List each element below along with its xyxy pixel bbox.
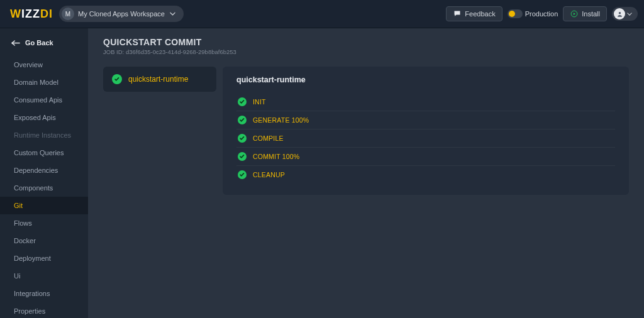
sidebar-item-flows[interactable]: Flows — [0, 214, 88, 232]
sidebar-item-integrations[interactable]: Integrations — [0, 285, 88, 302]
step-row[interactable]: COMMIT 100% — [236, 148, 615, 166]
user-menu[interactable] — [612, 7, 638, 21]
step-label: CLEANUP — [253, 171, 285, 178]
sidebar-item-docker[interactable]: Docker — [0, 232, 88, 249]
step-label: COMMIT 100% — [253, 153, 299, 160]
step-row[interactable]: INIT — [236, 93, 615, 111]
sidebar-item-domain-model[interactable]: Domain Model — [0, 74, 88, 91]
install-label: Install — [582, 10, 600, 18]
logo: WIZZDI — [10, 8, 53, 21]
check-circle-icon — [238, 152, 247, 161]
sidebar: Go Back OverviewDomain ModelConsumed Api… — [0, 28, 88, 318]
workspace-avatar: M — [62, 8, 74, 20]
job-id-label: JOB ID: d36f6d35-0c23-414d-9268-29b8baf6… — [103, 48, 629, 55]
toggle-icon — [508, 9, 523, 18]
chat-icon — [453, 9, 462, 18]
sidebar-item-properties[interactable]: Properties — [0, 302, 88, 318]
chevron-down-icon — [169, 9, 177, 18]
play-circle-icon — [570, 9, 579, 18]
sidebar-item-deployment[interactable]: Deployment — [0, 249, 88, 267]
top-actions: Feedback Production Install — [446, 6, 638, 21]
sidebar-item-overview[interactable]: Overview — [0, 56, 88, 74]
step-label: COMPILE — [253, 134, 284, 142]
step-label: GENERATE 100% — [253, 116, 309, 124]
step-row[interactable]: CLEANUP — [236, 166, 615, 184]
logo-accent-left: W — [10, 8, 21, 20]
logo-accent-right: DI — [40, 8, 53, 20]
check-circle-icon — [238, 134, 247, 143]
main-content: QUICKSTART COMMIT JOB ID: d36f6d35-0c23-… — [88, 28, 644, 318]
chevron-down-icon — [625, 9, 634, 18]
runtime-select-card[interactable]: quickstart-runtime — [103, 67, 216, 92]
sidebar-item-git[interactable]: Git — [0, 197, 88, 214]
sidebar-item-ui[interactable]: Ui — [0, 267, 88, 285]
feedback-label: Feedback — [465, 10, 495, 18]
sidebar-item-dependencies[interactable]: Dependencies — [0, 162, 88, 179]
sidebar-item-consumed-apis[interactable]: Consumed Apis — [0, 91, 88, 109]
go-back-button[interactable]: Go Back — [0, 36, 88, 56]
runtime-card-title: quickstart-runtime — [236, 75, 615, 84]
user-avatar — [614, 8, 625, 19]
sidebar-item-custom-queries[interactable]: Custom Queries — [0, 144, 88, 162]
check-circle-icon — [238, 170, 247, 179]
production-toggle[interactable]: Production — [508, 9, 558, 18]
workspace-label: My Cloned Apps Workspace — [78, 10, 165, 18]
feedback-button[interactable]: Feedback — [446, 6, 502, 21]
install-button[interactable]: Install — [563, 6, 607, 21]
step-row[interactable]: GENERATE 100% — [236, 111, 615, 129]
step-label: INIT — [253, 98, 266, 106]
sidebar-item-runtime-instances[interactable]: Runtime Instances — [0, 126, 88, 144]
check-circle-icon — [238, 116, 247, 124]
runtime-steps-card: quickstart-runtime INITGENERATE 100%COMP… — [223, 67, 629, 195]
workspace-selector[interactable]: M My Cloned Apps Workspace — [59, 6, 184, 22]
step-row[interactable]: COMPILE — [236, 129, 615, 148]
logo-mid: IZZ — [21, 8, 40, 20]
svg-point-1 — [618, 12, 620, 14]
sidebar-item-exposed-apis[interactable]: Exposed Apis — [0, 109, 88, 126]
production-label: Production — [525, 10, 558, 18]
selected-runtime-name: quickstart-runtime — [128, 75, 188, 84]
go-back-label: Go Back — [25, 39, 53, 47]
sidebar-item-components[interactable]: Components — [0, 179, 88, 197]
check-circle-icon — [238, 97, 247, 106]
arrow-left-icon — [11, 38, 20, 47]
check-circle-icon — [112, 74, 122, 84]
page-title: QUICKSTART COMMIT — [103, 37, 629, 47]
top-bar: WIZZDI M My Cloned Apps Workspace Feedba… — [0, 0, 644, 28]
